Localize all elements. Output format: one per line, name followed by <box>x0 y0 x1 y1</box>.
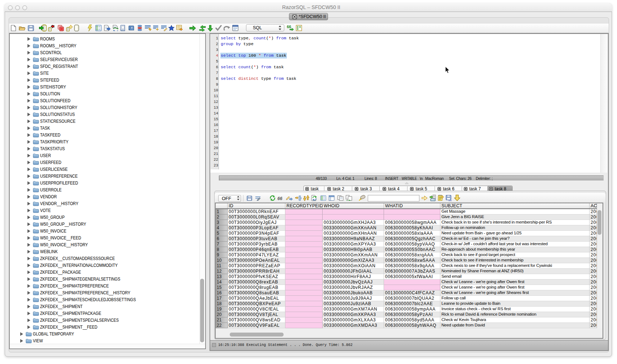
svg-text:66: 66 <box>277 196 282 200</box>
svg-text:66: 66 <box>287 25 291 29</box>
